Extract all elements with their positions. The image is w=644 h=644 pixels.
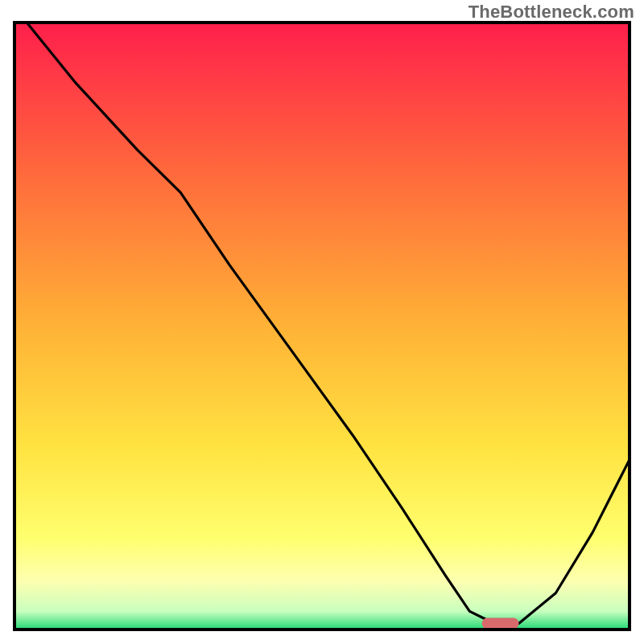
chart-svg: [0, 0, 644, 644]
optimum-marker: [482, 617, 519, 629]
chart-container: TheBottleneck.com: [0, 0, 644, 644]
plot-background: [14, 23, 630, 630]
